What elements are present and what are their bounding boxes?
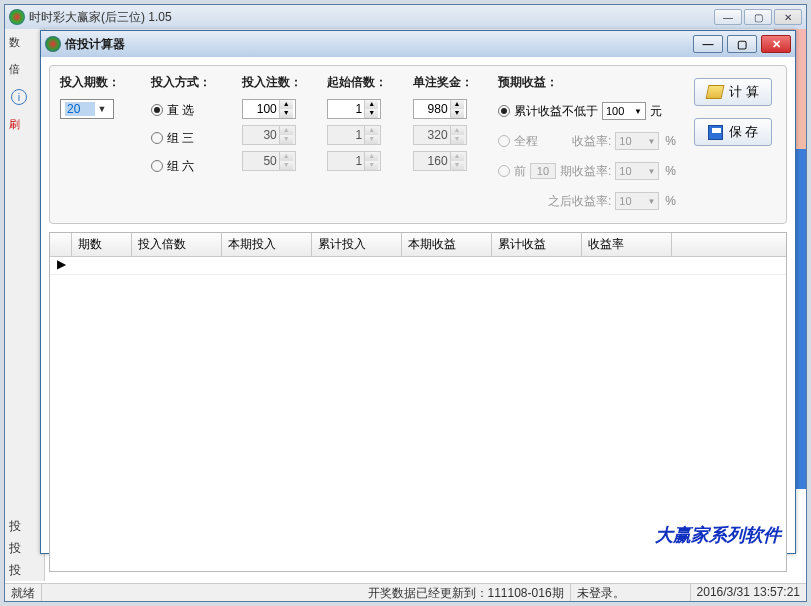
col-period[interactable]: 期数 — [72, 233, 132, 256]
chevron-down-icon: ▼ — [647, 137, 655, 146]
main-minimize-button[interactable]: — — [714, 9, 742, 25]
left-red[interactable]: 刷 — [5, 111, 44, 138]
yield-opt4-select: 10▼ — [615, 192, 659, 210]
spin-up-icon[interactable]: ▲ — [450, 100, 464, 109]
actions-col: 计 算 保 存 — [694, 74, 776, 213]
settings-group: 投入期数： 20 ▼ 投入方式： 直 选 组 三 组 六 投入注数： ▲▼ ▲▼… — [49, 65, 787, 224]
yield-opt4: 之后收益率: 10▼ % — [498, 189, 676, 213]
radio-icon — [498, 105, 510, 117]
periods-col: 投入期数： 20 ▼ — [60, 74, 133, 213]
prize-col: 单注奖金： ▲▼ ▲▼ ▲▼ — [413, 74, 480, 213]
spin-down-icon: ▼ — [450, 161, 464, 170]
table-row[interactable]: ▶ — [50, 257, 786, 275]
app-icon — [9, 9, 25, 25]
dialog-maximize-button[interactable]: ▢ — [727, 35, 757, 53]
bets-label: 投入注数： — [242, 74, 302, 91]
below-item: 投 — [9, 559, 21, 581]
bets-zuliu-spinner: ▲▼ — [242, 151, 296, 171]
yield-opt3-select: 10▼ — [615, 162, 659, 180]
bets-col: 投入注数： ▲▼ ▲▼ ▲▼ — [242, 74, 309, 213]
left-item[interactable]: 倍 — [5, 56, 44, 83]
startmul-zhixuan-spinner[interactable]: ▲▼ — [327, 99, 381, 119]
spin-up-icon[interactable]: ▲ — [279, 100, 293, 109]
col-current-invest[interactable]: 本期投入 — [222, 233, 312, 256]
spin-up-icon: ▲ — [279, 126, 293, 135]
prize-zuliu-spinner: ▲▼ — [413, 151, 467, 171]
bets-zhixuan-spinner[interactable]: ▲▼ — [242, 99, 296, 119]
calculator-dialog: 倍投计算器 — ▢ ✕ 投入期数： 20 ▼ 投入方式： 直 选 组 三 组 六 — [40, 30, 796, 554]
dialog-title: 倍投计算器 — [65, 36, 693, 53]
radio-icon — [151, 104, 163, 116]
spin-down-icon: ▼ — [279, 135, 293, 144]
spin-up-icon: ▲ — [450, 126, 464, 135]
spin-down-icon: ▼ — [450, 135, 464, 144]
row-pointer-icon: ▶ — [50, 257, 72, 274]
method-zuliu[interactable]: 组 六 — [151, 155, 224, 177]
radio-icon — [151, 132, 163, 144]
bets-zusan-spinner: ▲▼ — [242, 125, 296, 145]
spin-up-icon: ▲ — [364, 152, 378, 161]
startmul-zusan-spinner: ▲▼ — [327, 125, 381, 145]
periods-value: 20 — [65, 102, 95, 116]
chevron-down-icon: ▼ — [647, 167, 655, 176]
status-login: 未登录。 — [571, 584, 691, 601]
spin-down-icon[interactable]: ▼ — [279, 109, 293, 118]
below-item: 投 — [9, 537, 21, 559]
table-header: 期数 投入倍数 本期投入 累计投入 本期收益 累计收益 收益率 — [50, 233, 786, 257]
prize-zusan-spinner: ▲▼ — [413, 125, 467, 145]
spin-down-icon: ▼ — [364, 161, 378, 170]
save-icon — [708, 125, 723, 140]
left-pane: 数 倍 i 刷 — [5, 29, 45, 581]
below-item: 投 — [9, 515, 21, 537]
dialog-minimize-button[interactable]: — — [693, 35, 723, 53]
dialog-close-button[interactable]: ✕ — [761, 35, 791, 53]
spin-up-icon: ▲ — [450, 152, 464, 161]
method-zusan[interactable]: 组 三 — [151, 127, 224, 149]
status-ready: 就绪 — [5, 584, 42, 601]
startmul-label: 起始倍数： — [327, 74, 387, 91]
yield-opt3[interactable]: 前 10 期收益率: 10▼ % — [498, 159, 676, 183]
col-current-profit[interactable]: 本期收益 — [402, 233, 492, 256]
yield-opt1[interactable]: 累计收益不低于 100▼ 元 — [498, 99, 676, 123]
chevron-down-icon: ▼ — [647, 197, 655, 206]
calc-icon — [706, 85, 725, 99]
spin-up-icon[interactable]: ▲ — [364, 100, 378, 109]
prize-zhixuan-spinner[interactable]: ▲▼ — [413, 99, 467, 119]
spin-down-icon[interactable]: ▼ — [450, 109, 464, 118]
yield-opt1-select[interactable]: 100▼ — [602, 102, 646, 120]
status-update: 开奖数据已经更新到：111108-016期 — [362, 584, 571, 601]
yield-opt2-select: 10▼ — [615, 132, 659, 150]
periods-select[interactable]: 20 ▼ — [60, 99, 114, 119]
main-title: 时时彩大赢家(后三位) 1.05 — [29, 9, 714, 26]
chevron-down-icon: ▼ — [634, 107, 642, 116]
main-maximize-button[interactable]: ▢ — [744, 9, 772, 25]
spin-down-icon[interactable]: ▼ — [364, 109, 378, 118]
dialog-icon — [45, 36, 61, 52]
col-total-invest[interactable]: 累计投入 — [312, 233, 402, 256]
startmul-col: 起始倍数： ▲▼ ▲▼ ▲▼ — [327, 74, 394, 213]
periods-label: 投入期数： — [60, 74, 133, 91]
col-total-profit[interactable]: 累计收益 — [492, 233, 582, 256]
left-item[interactable]: 数 — [5, 29, 44, 56]
startmul-zuliu-spinner: ▲▼ — [327, 151, 381, 171]
result-table: 期数 投入倍数 本期投入 累计投入 本期收益 累计收益 收益率 ▶ — [49, 232, 787, 572]
status-time: 2016/3/31 13:57:21 — [691, 584, 806, 601]
spin-up-icon: ▲ — [279, 152, 293, 161]
yield-opt2[interactable]: 全程 收益率: 10▼ % — [498, 129, 676, 153]
yield-label: 预期收益： — [498, 74, 676, 91]
table-body: ▶ — [50, 257, 786, 275]
main-close-button[interactable]: ✕ — [774, 9, 802, 25]
spin-up-icon: ▲ — [364, 126, 378, 135]
col-yield-rate[interactable]: 收益率 — [582, 233, 672, 256]
col-multiplier[interactable]: 投入倍数 — [132, 233, 222, 256]
chevron-down-icon: ▼ — [95, 104, 109, 114]
row-header-stub — [50, 233, 72, 256]
method-zhixuan[interactable]: 直 选 — [151, 99, 224, 121]
below-left: 投 投 投 — [9, 515, 21, 581]
yield-opt3-n: 10 — [530, 163, 556, 179]
calc-button[interactable]: 计 算 — [694, 78, 772, 106]
dialog-titlebar: 倍投计算器 — ▢ ✕ — [41, 31, 795, 57]
radio-icon — [498, 165, 510, 177]
info-icon[interactable]: i — [11, 89, 27, 105]
save-button[interactable]: 保 存 — [694, 118, 772, 146]
